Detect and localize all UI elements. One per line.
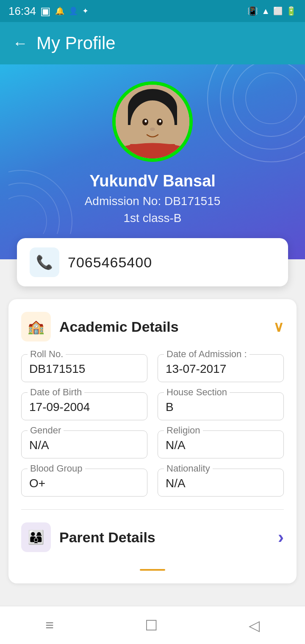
svg-point-11 [130,100,175,150]
academic-section-title: Academic Details [59,319,265,335]
wifi-icon: ▲ [261,6,270,16]
blood-group-field: Blood Group O+ [21,469,147,497]
phone-card: 📞 7065465400 [17,238,288,286]
phone-icon-box: 📞 [30,247,59,277]
svg-point-2 [233,64,305,136]
phone-number: 7065465400 [68,254,152,271]
nationality-value: N/A [166,477,186,490]
nav-home-icon[interactable]: ☐ [145,617,158,634]
page-title: My Profile [36,33,116,53]
banner-decoration-left [8,149,93,234]
admission-number: Admission No: DB171515 [85,194,221,208]
religion-value: N/A [166,439,186,452]
parent-section-title: Parent Details [59,529,269,546]
bottom-nav: ≡ ☐ ◁ [0,606,305,644]
nationality-label: Nationality [164,463,213,474]
status-bt-icon: ✦ [82,6,89,16]
status-portrait-icon: 👤 [69,6,78,16]
academic-fields-grid: Roll No. DB171515 Date of Admission : 13… [21,354,284,497]
academic-section-header[interactable]: 🏫 Academic Details ∨ [21,312,284,341]
app-header: ← My Profile [0,22,305,64]
house-section-field: House Section B [158,392,284,420]
academic-icon-box: 🏫 [21,312,51,341]
status-time: 16:34 [8,5,36,18]
phone-card-wrapper: 📞 7065465400 [0,238,305,286]
svg-point-1 [220,64,305,149]
svg-point-14 [145,120,147,122]
gender-label: Gender [28,425,64,436]
svg-point-5 [8,183,59,234]
nav-back-icon[interactable]: ◁ [249,617,260,634]
svg-point-3 [246,73,297,124]
roll-no-label: Roll No. [28,349,66,360]
gender-field: Gender N/A [21,430,147,458]
parent-icon: 👨‍👩‍👦 [28,529,44,545]
house-section-value: B [166,400,174,414]
academic-chevron-icon: ∨ [273,318,284,335]
vibrate-icon: 📳 [247,6,258,16]
status-right: 📳 ▲ ⬜ 🔋 [247,6,297,16]
student-name: YukundV Bansal [89,172,216,190]
date-of-admission-label: Date of Admission : [164,349,250,360]
date-of-birth-label: Date of Birth [28,387,84,398]
status-left: 16:34 ▣ 🔔 👤 ✦ [8,5,89,18]
svg-point-16 [150,128,155,131]
blood-group-value: O+ [29,477,45,490]
parent-section[interactable]: 👨‍👩‍👦 Parent Details › [21,518,284,556]
main-content: 🏫 Academic Details ∨ Roll No. DB171515 D… [0,286,305,596]
screen-icon: ⬜ [273,6,283,16]
date-of-admission-value: 13-07-2017 [166,362,226,375]
status-notif-icon: 🔔 [55,6,64,16]
date-of-birth-field: Date of Birth 17-09-2004 [21,392,147,420]
religion-label: Religion [164,425,203,436]
back-button[interactable]: ← [13,34,28,52]
details-card: 🏫 Academic Details ∨ Roll No. DB171515 D… [8,299,297,583]
blood-group-label: Blood Group [28,463,85,474]
date-of-birth-value: 17-09-2004 [29,400,90,414]
profile-banner: YukundV Bansal Admission No: DB171515 1s… [0,64,305,259]
avatar [112,81,193,162]
academic-icon: 🏫 [28,319,44,335]
nationality-field: Nationality N/A [158,469,284,497]
svg-point-4 [8,170,72,234]
religion-field: Religion N/A [158,430,284,458]
nav-menu-icon[interactable]: ≡ [45,617,54,633]
svg-point-15 [159,120,161,122]
avatar-image [116,85,189,158]
parent-chevron-icon: › [278,527,284,547]
section-divider [21,509,284,510]
parent-icon-box: 👨‍👩‍👦 [21,522,51,552]
house-section-label: House Section [164,387,230,398]
svg-point-6 [8,196,47,234]
roll-no-field: Roll No. DB171515 [21,354,147,382]
phone-icon: 📞 [36,254,53,270]
roll-no-value: DB171515 [29,362,85,375]
battery-icon: 🔋 [286,6,297,16]
date-of-admission-field: Date of Admission : 13-07-2017 [158,354,284,382]
gender-value: N/A [29,439,49,452]
class-info: 1st class-B [124,211,182,225]
status-bar: 16:34 ▣ 🔔 👤 ✦ 📳 ▲ ⬜ 🔋 [0,0,305,22]
banner-decoration-right [186,64,305,183]
status-sim-icon: ▣ [40,5,51,18]
